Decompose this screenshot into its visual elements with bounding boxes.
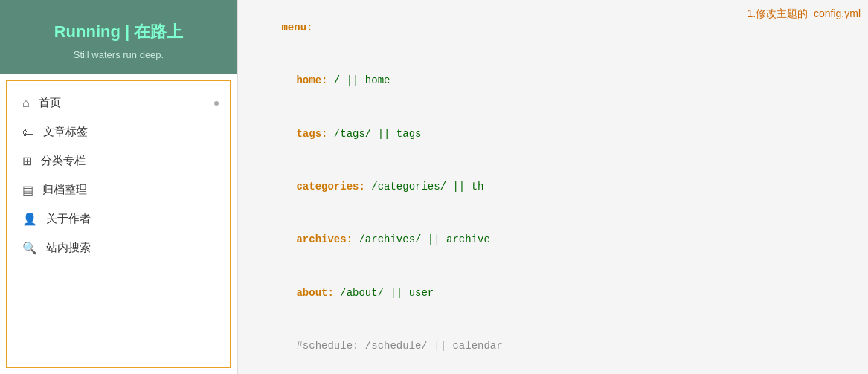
sidebar-item-search[interactable]: 🔍 站内搜索 <box>7 233 230 262</box>
main-area: 1.修改主题的_config.yml menu: home: / || home… <box>238 0 868 374</box>
sidebar-header: Running | 在路上 Still waters run deep. <box>0 0 237 74</box>
code-line-home: home: / || home <box>244 54 862 107</box>
blog-title: Running | 在路上 <box>7 21 230 43</box>
code-line-tags: tags: /tags/ || tags <box>244 108 862 161</box>
sidebar-nav: ⌂ 首页 🏷 文章标签 ⊞ 分类专栏 ▤ 归档整理 👤 关于作者 🔍 站内搜索 <box>6 80 231 368</box>
code-line-categories: categories: /categories/ || th <box>244 161 862 213</box>
sidebar-archives-label: 归档整理 <box>42 183 87 197</box>
sidebar-about-label: 关于作者 <box>46 212 91 226</box>
sidebar-tags-label: 文章标签 <box>43 125 88 139</box>
sidebar-item-home[interactable]: ⌂ 首页 <box>7 88 230 117</box>
code-panel: menu: home: / || home tags: /tags/ || ta… <box>238 0 868 374</box>
archives-icon: ▤ <box>22 183 33 197</box>
sidebar-home-label: 首页 <box>39 96 61 110</box>
code-menu-label: menu: <box>244 1 862 54</box>
sidebar-categories-label: 分类专栏 <box>41 154 86 168</box>
blog-subtitle: Still waters run deep. <box>7 49 230 60</box>
tags-icon: 🏷 <box>22 126 34 139</box>
home-dot <box>214 101 219 106</box>
code-line-archives: archives: /archives/ || archive <box>244 214 862 267</box>
sidebar-item-archives[interactable]: ▤ 归档整理 <box>7 175 230 204</box>
sidebar: Running | 在路上 Still waters run deep. ⌂ 首… <box>0 0 238 374</box>
search-icon: 🔍 <box>22 241 37 255</box>
sidebar-item-about[interactable]: 👤 关于作者 <box>7 204 230 233</box>
sidebar-search-label: 站内搜索 <box>46 241 91 255</box>
code-comment-schedule: #schedule: /schedule/ || calendar <box>244 320 862 373</box>
code-line-about: about: /about/ || user <box>244 267 862 320</box>
sidebar-item-tags[interactable]: 🏷 文章标签 <box>7 117 230 146</box>
grid-icon: ⊞ <box>22 154 32 168</box>
user-icon: 👤 <box>22 212 37 226</box>
home-icon: ⌂ <box>22 97 30 110</box>
sidebar-item-categories[interactable]: ⊞ 分类专栏 <box>7 146 230 175</box>
